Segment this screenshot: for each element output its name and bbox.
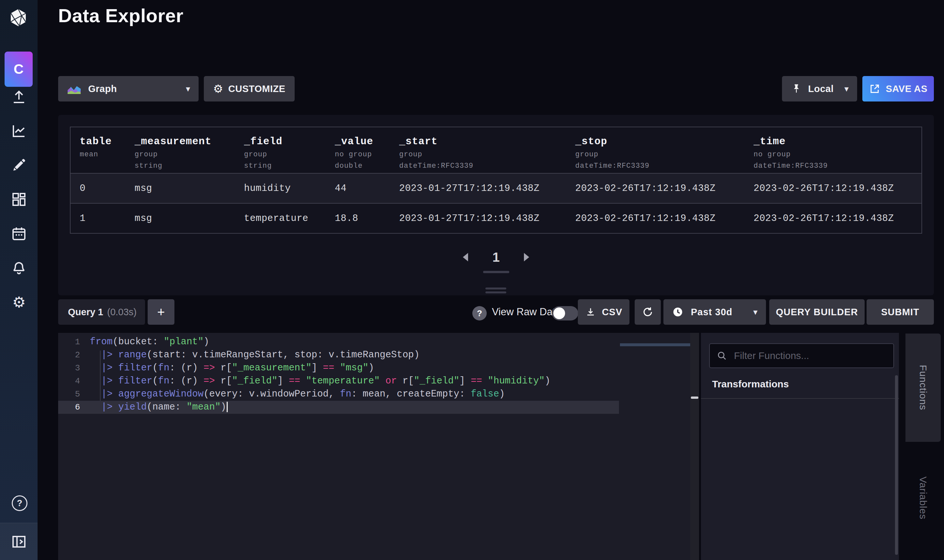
table-horizontal-scrollbar[interactable] (483, 271, 509, 273)
table-cell: 18.8 (325, 204, 390, 233)
table-cell: 44 (325, 174, 390, 203)
column-header: _valueno groupdouble (325, 127, 390, 173)
code-text: |> aggregateWindow(every: v.windowPeriod… (80, 388, 505, 401)
refresh-button[interactable] (635, 299, 661, 325)
sidebar-footer (0, 523, 37, 560)
data-explorer-screen: C ⚙ ? Data Explorer (0, 0, 944, 560)
page-title: Data Explorer (58, 5, 184, 26)
query-tab-label: Query 1 (68, 307, 103, 317)
influxdb-logo-icon[interactable] (8, 8, 28, 28)
flux-code-editor[interactable]: 1from(bucket: "plant")2 |> range(start: … (58, 333, 690, 560)
nav-tasks-icon[interactable] (11, 226, 27, 242)
code-text: |> filter(fn: (r) => r["_measurement"] =… (80, 362, 374, 375)
code-line[interactable]: 3 |> filter(fn: (r) => r["_measurement"]… (58, 362, 619, 375)
functions-scrollbar[interactable] (895, 375, 898, 555)
nav-graphs-icon[interactable] (11, 123, 27, 139)
table-cell: humidity (235, 174, 325, 203)
nav-data-explorer-icon[interactable] (11, 157, 27, 173)
tab-variables[interactable]: Variables (905, 444, 941, 552)
view-type-label: Graph (88, 83, 117, 94)
code-lines: 1from(bucket: "plant")2 |> range(start: … (58, 335, 619, 414)
category-heading: Transformations (712, 378, 789, 390)
code-line[interactable]: 1from(bucket: "plant") (58, 335, 619, 349)
query-builder-button[interactable]: QUERY BUILDER (769, 299, 865, 325)
functions-panel: Transformations (701, 333, 899, 560)
panel-resize-handle[interactable] (485, 288, 506, 295)
previous-page-icon[interactable] (463, 253, 468, 262)
export-icon (869, 83, 881, 95)
line-number: 5 (58, 388, 80, 401)
toggle-knob (553, 308, 565, 319)
table-cell: 2023-01-27T17:12:19.438Z (390, 174, 566, 203)
nav-alerts-icon[interactable] (11, 260, 27, 276)
save-as-button[interactable]: SAVE AS (862, 76, 934, 102)
line-number: 2 (58, 349, 80, 362)
column-header: _startgroupdateTime:RFC3339 (390, 127, 566, 173)
view-raw-data-label: View Raw Data (492, 299, 561, 325)
nav-dashboards-icon[interactable] (11, 192, 27, 207)
table-cell: msg (125, 174, 235, 203)
table-row: 0msghumidity442023-01-27T17:12:19.438Z20… (71, 173, 921, 203)
org-avatar[interactable]: C (5, 52, 33, 87)
raw-data-help-icon[interactable]: ? (472, 306, 487, 320)
code-line[interactable]: 4 |> filter(fn: (r) => r["_field"] == "t… (58, 375, 619, 388)
current-page: 1 (492, 250, 500, 265)
raw-data-panel: tablemean_measurementgroupstring_fieldgr… (58, 115, 934, 295)
pin-icon (790, 83, 802, 95)
sidebar: C ⚙ ? (0, 0, 37, 560)
nav-upload-icon[interactable] (11, 89, 27, 105)
query-tab[interactable]: Query 1 (0.03s) (58, 299, 145, 325)
gear-icon: ⚙ (213, 82, 223, 95)
chevron-down-icon: ▾ (753, 307, 757, 317)
pagination: 1 (58, 248, 934, 266)
table-cell: 1 (71, 204, 125, 233)
category-divider (701, 398, 899, 399)
table-row: 1msgtemperature18.82023-01-27T17:12:19.4… (71, 203, 921, 233)
filter-functions-input[interactable] (733, 350, 887, 362)
table-cell: 2023-02-26T17:12:19.438Z (744, 204, 921, 233)
column-header: _fieldgroupstring (235, 127, 325, 173)
refresh-icon (642, 306, 654, 318)
code-text: |> filter(fn: (r) => r["_field"] == "tem… (80, 375, 551, 388)
scope-label: Local (808, 83, 834, 94)
add-query-button[interactable]: + (148, 299, 174, 325)
time-range-label: Past 30d (691, 307, 732, 317)
code-line[interactable]: 6 |> yield(name: "mean") (58, 401, 619, 414)
line-number: 3 (58, 362, 80, 375)
filter-functions-box[interactable] (709, 343, 894, 368)
column-header: _timeno groupdateTime:RFC3339 (744, 127, 921, 173)
table-cell: 2023-01-27T17:12:19.438Z (390, 204, 566, 233)
table-body: 0msghumidity442023-01-27T17:12:19.438Z20… (71, 173, 921, 233)
table-cell: 2023-02-26T17:12:19.438Z (566, 174, 744, 203)
table-cell: 0 (71, 174, 125, 203)
code-text: |> yield(name: "mean") (80, 401, 228, 414)
clock-icon (672, 306, 684, 318)
nav-settings-icon[interactable]: ⚙ (11, 294, 27, 310)
scope-dropdown[interactable]: Local ▾ (782, 76, 857, 102)
editor-panel-divider[interactable] (690, 333, 699, 560)
next-page-icon[interactable] (524, 253, 529, 262)
table-cell: temperature (235, 204, 325, 233)
code-line[interactable]: 5 |> aggregateWindow(every: v.windowPeri… (58, 388, 619, 401)
column-header: _measurementgroupstring (125, 127, 235, 173)
submit-label: SUBMIT (881, 307, 919, 317)
expand-nav-icon[interactable] (11, 534, 27, 549)
view-type-dropdown[interactable]: Graph ▾ (58, 76, 199, 102)
customize-label: CUSTOMIZE (228, 83, 285, 94)
time-range-dropdown[interactable]: Past 30d ▾ (663, 299, 766, 325)
tab-functions[interactable]: Functions (905, 334, 941, 442)
table-cell: 2023-02-26T17:12:19.438Z (744, 174, 921, 203)
submit-button[interactable]: SUBMIT (867, 299, 934, 325)
help-icon[interactable]: ? (12, 495, 28, 511)
line-number: 6 (58, 401, 80, 414)
csv-download-button[interactable]: CSV (578, 299, 629, 325)
table-cell: msg (125, 204, 235, 233)
column-header: _stopgroupdateTime:RFC3339 (566, 127, 744, 173)
customize-button[interactable]: ⚙ CUSTOMIZE (204, 76, 295, 102)
line-number: 1 (58, 335, 80, 349)
view-raw-toggle[interactable] (552, 306, 578, 320)
table-header-row: tablemean_measurementgroupstring_fieldgr… (71, 127, 921, 173)
code-line[interactable]: 2 |> range(start: v.timeRangeStart, stop… (58, 349, 619, 362)
search-icon (716, 350, 727, 361)
download-icon (585, 306, 596, 317)
